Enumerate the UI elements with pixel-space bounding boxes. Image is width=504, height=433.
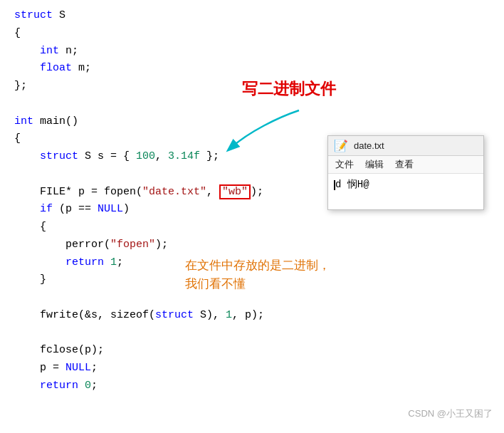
wb-highlight: "wb" xyxy=(219,184,251,199)
code-line: perror("fopen"); xyxy=(14,236,490,254)
code-line: int main() xyxy=(14,113,490,131)
notepad-icon: 📝 xyxy=(334,139,348,152)
keyword: float xyxy=(40,62,72,74)
keyword: return xyxy=(65,256,104,268)
notepad-titlebar: 📝 date.txt xyxy=(328,136,483,156)
keyword: struct xyxy=(40,150,78,162)
keyword: int xyxy=(14,115,33,127)
notepad-text: d 悯H@ xyxy=(335,179,369,190)
code-line: return 0; xyxy=(14,377,490,395)
code-line: struct S xyxy=(14,7,490,25)
code-line: fwrite(&s, sizeof(struct S), 1, p); xyxy=(14,307,490,325)
code-line: { xyxy=(14,25,490,43)
watermark: CSDN @小王又困了 xyxy=(408,407,493,420)
keyword: if xyxy=(40,203,53,215)
menu-edit[interactable]: 编辑 xyxy=(365,158,384,171)
code-line: float m; xyxy=(14,60,490,78)
code-area: struct S { int n; float m; }; int main()… xyxy=(0,0,504,433)
notepad-menubar: 文件 编辑 查看 xyxy=(328,156,483,174)
keyword: return xyxy=(40,380,78,392)
keyword: struct xyxy=(14,9,53,21)
code-line: { xyxy=(14,219,490,236)
notepad-window[interactable]: 📝 date.txt 文件 编辑 查看 d 悯H@ xyxy=(327,135,484,210)
notepad-title: date.txt xyxy=(354,140,384,151)
menu-file[interactable]: 文件 xyxy=(335,158,354,171)
notepad-content: d 悯H@ xyxy=(328,174,483,209)
keyword: NULL xyxy=(65,362,91,374)
code-line xyxy=(14,95,490,113)
code-line: p = NULL; xyxy=(14,360,490,377)
keyword: struct xyxy=(155,309,194,321)
annotation-bottom-text: 在文件中存放的是二进制，我们看不懂 xyxy=(185,259,330,291)
keyword: NULL xyxy=(98,203,123,215)
annotation-bottom: 在文件中存放的是二进制，我们看不懂 xyxy=(185,256,330,293)
menu-view[interactable]: 查看 xyxy=(395,158,414,171)
code-line: fclose(p); xyxy=(14,342,490,360)
code-line: int n; xyxy=(14,43,490,61)
code-line xyxy=(14,325,490,343)
keyword: int xyxy=(40,45,59,57)
code-line: }; xyxy=(14,78,490,95)
